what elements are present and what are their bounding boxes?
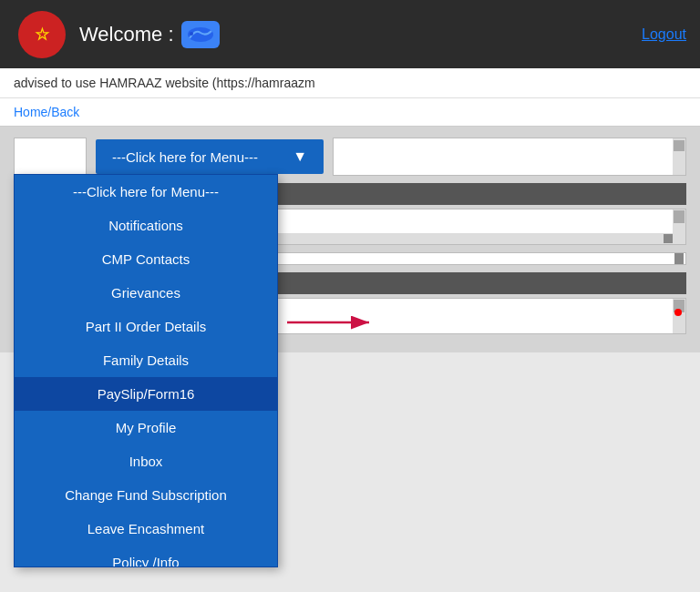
logo-symbol: ☆ [35, 25, 49, 45]
menu-item-family-details[interactable]: Family Details [15, 343, 277, 377]
dropdown-arrow-icon: ▼ [293, 148, 307, 165]
menu-item-payslip-form16[interactable]: PaySlip/Form16 [15, 377, 277, 411]
advisory-bar: advised to use HAMRAAZ website (https://… [0, 68, 700, 98]
menu-item-menu-header[interactable]: ---Click here for Menu--- [15, 175, 277, 209]
menu-item-leave-encashment[interactable]: Leave Encashment [15, 512, 277, 546]
welcome-label: Welcome : [79, 23, 174, 46]
menu-item-change-fund[interactable]: Change Fund Subscription [15, 478, 277, 512]
menu-item-notifications[interactable]: Notifications [15, 209, 277, 242]
dropdown-menu: ---Click here for Menu---NotificationsCM… [14, 174, 278, 567]
welcome-text: Welcome : [79, 21, 220, 48]
logout-button[interactable]: Logout [642, 26, 686, 43]
trigger-label: ---Click here for Menu--- [112, 149, 258, 165]
main-container: ☆ Welcome : Logout advised to use HAMRAA… [0, 0, 700, 592]
right-white-box [333, 138, 686, 176]
red-dot-indicator [674, 309, 682, 316]
app-logo: ☆ [18, 11, 66, 58]
content-area: ---Click here for Menu--- ▼ ---Selec [0, 127, 700, 352]
svg-point-1 [190, 32, 193, 36]
nav-bar: Home/Back [0, 98, 700, 127]
menu-item-cmp-contacts[interactable]: CMP Contacts [15, 242, 277, 276]
dropdown-trigger-row: ---Click here for Menu--- ▼ [14, 138, 686, 176]
menu-item-grievances[interactable]: Grievances [15, 276, 277, 310]
advisory-text: advised to use HAMRAAZ website (https://… [14, 76, 315, 90]
dropdown-menu-list: ---Click here for Menu---NotificationsCM… [15, 175, 277, 566]
menu-item-part-ii-order[interactable]: Part II Order Details [15, 310, 277, 343]
menu-item-my-profile[interactable]: My Profile [15, 411, 277, 444]
home-back-link[interactable]: Home/Back [14, 105, 79, 119]
menu-dropdown-trigger[interactable]: ---Click here for Menu--- ▼ [96, 139, 324, 174]
menu-item-inbox[interactable]: Inbox [15, 444, 277, 478]
avatar [181, 21, 220, 48]
left-white-box [14, 138, 87, 176]
header-bar: ☆ Welcome : Logout [0, 0, 700, 68]
menu-item-policy-info[interactable]: Policy /Info [15, 546, 277, 566]
